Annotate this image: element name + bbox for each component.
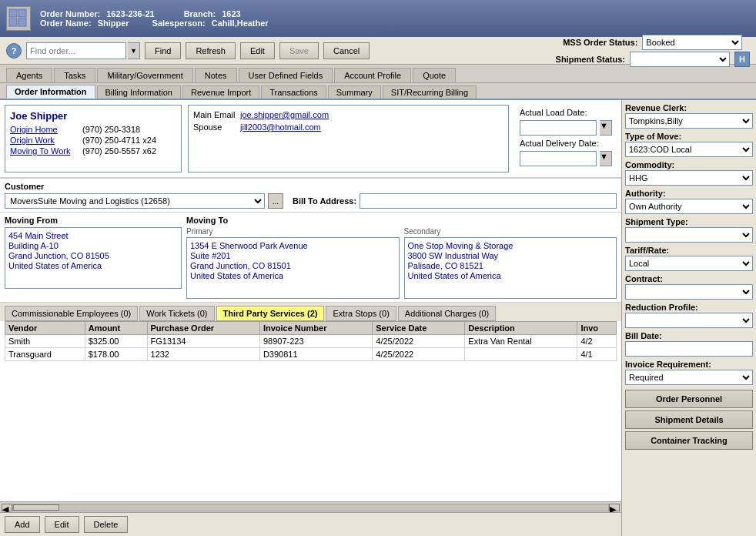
- revenue-clerk-select[interactable]: Tompkins,Billy: [625, 113, 753, 129]
- origin-work-label[interactable]: Origin Work: [10, 136, 79, 145]
- revenue-clerk-label: Revenue Clerk:: [625, 103, 753, 112]
- tab-work-tickets[interactable]: Work Tickets (0): [139, 306, 214, 321]
- tab-account-profile[interactable]: Account Profile: [334, 68, 411, 82]
- contract-field: Contract:: [625, 274, 753, 300]
- actual-load-date-input[interactable]: [520, 120, 597, 136]
- order-name-label: Order Name:: [40, 18, 92, 28]
- shipment-status-select[interactable]: [630, 52, 730, 67]
- secondary-label: Secondary: [404, 227, 617, 236]
- secondary-line2: 3800 SW Industrial Way: [408, 251, 614, 260]
- scroll-right-btn[interactable]: ▶: [609, 504, 620, 511]
- tab-transactions[interactable]: Transactions: [261, 85, 326, 99]
- commodity-label: Commodity:: [625, 160, 753, 169]
- order-personnel-button[interactable]: Order Personnel: [625, 390, 753, 408]
- table-row[interactable]: Smith $325.00 FG13134 98907-223 4/25/202…: [5, 335, 617, 348]
- tab-tasks[interactable]: Tasks: [54, 68, 95, 82]
- save-button[interactable]: Save: [279, 42, 319, 59]
- tab-sit-recurring-billing[interactable]: SIT/Recurring Billing: [383, 85, 477, 99]
- refresh-button[interactable]: Refresh: [186, 42, 236, 59]
- type-of-move-select[interactable]: 1623:COD Local: [625, 142, 753, 157]
- table-row[interactable]: Transguard $178.00 1232 D390811 4/25/202…: [5, 348, 617, 361]
- tab-notes[interactable]: Notes: [195, 68, 237, 82]
- cell-amount: $325.00: [85, 335, 147, 348]
- scroll-left-btn[interactable]: ◀: [2, 504, 12, 511]
- scroll-thumb[interactable]: [13, 504, 59, 511]
- scroll-track[interactable]: [12, 504, 609, 511]
- shipment-type-select[interactable]: [625, 227, 753, 243]
- shipment-details-button[interactable]: Shipment Details: [625, 410, 753, 429]
- tariff-rate-select[interactable]: Local: [625, 256, 753, 271]
- search-input[interactable]: [26, 42, 126, 59]
- spouse-email-row: Spouse jill2003@hotmail.com: [193, 122, 503, 132]
- col-header-invo: Invo: [577, 322, 617, 335]
- col-header-invoice: Invoice Number: [259, 322, 372, 335]
- salesperson-label: Salesperson:: [152, 18, 206, 28]
- cell-vendor: Smith: [5, 335, 85, 348]
- horizontal-scrollbar[interactable]: ◀ ▶: [0, 501, 621, 512]
- origin-home-label[interactable]: Origin Home: [10, 125, 79, 134]
- actual-delivery-date-input[interactable]: [520, 151, 597, 166]
- moving-from-header: Moving From: [5, 216, 182, 225]
- search-box: ▼: [26, 42, 140, 59]
- reduction-profile-field: Reduction Profile:: [625, 303, 753, 328]
- edit-bottom-button[interactable]: Edit: [45, 516, 79, 533]
- tab-military-government[interactable]: Military/Government: [97, 68, 192, 82]
- edit-button[interactable]: Edit: [240, 42, 275, 59]
- main-email-row: Main Email joe.shipper@gmail.com: [193, 110, 503, 119]
- tabs-row1: Agents Tasks Military/Government Notes U…: [0, 65, 756, 83]
- moving-to-primary: Primary 1354 E Sherwood Park Avenue Suit…: [186, 227, 400, 299]
- main-email-link[interactable]: joe.shipper@gmail.com: [240, 110, 329, 119]
- h-badge: H: [734, 52, 750, 67]
- find-button[interactable]: Find: [145, 42, 181, 59]
- tab-billing-information[interactable]: Billing Information: [97, 85, 181, 99]
- tab-user-defined-fields[interactable]: User Defined Fields: [239, 68, 333, 82]
- tab-order-information[interactable]: Order Information: [6, 85, 95, 99]
- commodity-select[interactable]: HHG: [625, 170, 753, 186]
- actual-load-date-dropdown[interactable]: ▼: [600, 120, 612, 136]
- order-name-value: Shipper: [98, 18, 129, 28]
- tab-additional-charges[interactable]: Additional Charges (0): [398, 306, 496, 321]
- add-button[interactable]: Add: [5, 516, 40, 533]
- authority-select[interactable]: Own Authority: [625, 199, 753, 214]
- tabs-row2: Order Information Billing Information Re…: [0, 83, 756, 100]
- tab-commissionable-employees[interactable]: Commissionable Employees (0): [5, 306, 138, 321]
- tab-quote[interactable]: Quote: [413, 68, 456, 82]
- cell-description: [465, 348, 577, 361]
- shipment-type-field: Shipment Type:: [625, 217, 753, 243]
- cell-invo: 4/2: [577, 335, 617, 348]
- cell-po: FG13134: [147, 335, 259, 348]
- bill-date-input[interactable]: [625, 341, 753, 357]
- tab-summary[interactable]: Summary: [328, 85, 381, 99]
- customer-select[interactable]: MoversSuite Moving and Logistics (12658): [5, 193, 265, 209]
- salesperson-value: Cahill,Heather: [212, 18, 269, 28]
- reduction-profile-select[interactable]: [625, 313, 753, 328]
- invoice-req-select[interactable]: Required: [625, 370, 753, 385]
- contract-label: Contract:: [625, 274, 753, 283]
- customer-dots-button[interactable]: ...: [268, 193, 283, 209]
- contract-select[interactable]: [625, 284, 753, 300]
- tab-third-party-services[interactable]: Third Party Services (2): [216, 306, 325, 321]
- origin-home-value: (970) 250-3318: [82, 125, 140, 134]
- tab-extra-stops[interactable]: Extra Stops (0): [326, 306, 396, 321]
- container-tracking-button[interactable]: Container Tracking: [625, 431, 753, 450]
- shipment-type-label: Shipment Type:: [625, 217, 753, 226]
- primary-line3: Grand Junction, CO 81501: [190, 261, 396, 270]
- reduction-profile-label: Reduction Profile:: [625, 303, 753, 312]
- moving-to-work-label[interactable]: Moving To Work: [10, 146, 79, 156]
- app-icon: [6, 6, 31, 31]
- moving-section: Moving From 454 Main Street Building A-1…: [0, 212, 621, 302]
- moving-to-work-value: (970) 250-5557 x62: [82, 146, 156, 156]
- tab-revenue-import[interactable]: Revenue Import: [182, 85, 259, 99]
- cancel-button[interactable]: Cancel: [323, 42, 370, 59]
- help-button[interactable]: ?: [6, 43, 22, 59]
- search-dropdown-btn[interactable]: ▼: [128, 42, 140, 59]
- col-header-vendor: Vendor: [5, 322, 85, 335]
- tab-agents[interactable]: Agents: [6, 68, 52, 82]
- actual-delivery-date-dropdown[interactable]: ▼: [600, 151, 612, 166]
- mss-order-status-select[interactable]: Booked: [642, 35, 742, 50]
- toolbar-left: ? ▼ Find Refresh Edit Save Cancel: [6, 42, 551, 59]
- spouse-email-link[interactable]: jill2003@hotmail.com: [240, 122, 321, 132]
- bill-to-input[interactable]: [360, 193, 617, 209]
- delete-button[interactable]: Delete: [84, 516, 129, 533]
- cell-service-date: 4/25/2022: [373, 335, 465, 348]
